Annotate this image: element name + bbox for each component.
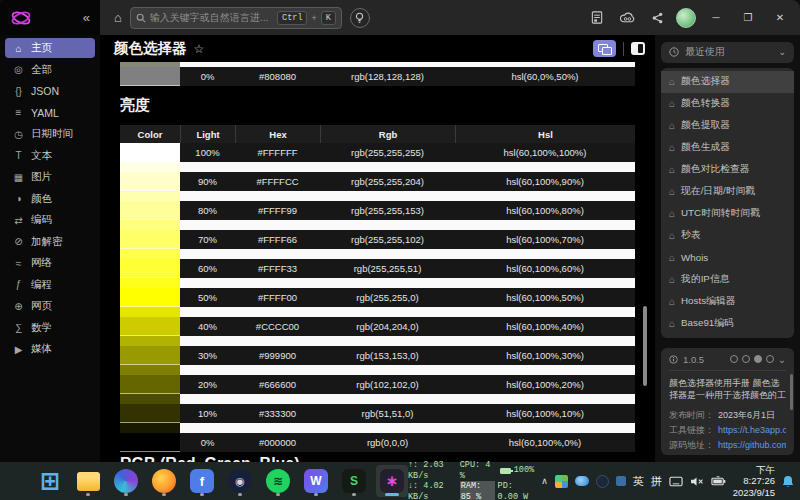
- recent-tool-item[interactable]: ⌂ 颜色提取器: [661, 115, 794, 137]
- recent-tool-item[interactable]: ⌂ 颜色生成器: [661, 137, 794, 159]
- right-panel-toggle-button[interactable]: [631, 42, 645, 55]
- sync-button[interactable]: [616, 7, 638, 29]
- sidebar-item[interactable]: ⌂ 主页: [5, 38, 95, 58]
- check-icon[interactable]: [766, 355, 774, 363]
- taskbar-app-button[interactable]: [148, 465, 180, 497]
- taskbar-app-button[interactable]: f: [186, 465, 218, 497]
- user-avatar[interactable]: [676, 8, 696, 28]
- touch-keyboard-icon[interactable]: [669, 476, 683, 487]
- chevron-down-icon[interactable]: ⌄: [778, 354, 786, 365]
- recent-header-card[interactable]: 最近使用 ⌄: [661, 42, 794, 63]
- taskbar-app-button[interactable]: ⊞: [34, 465, 66, 497]
- app-icon: ◉: [228, 469, 252, 493]
- taskbar-app-button[interactable]: S: [338, 465, 370, 497]
- hex-cell: #FFFF66: [235, 230, 320, 249]
- sidebar-item-label: 主页: [31, 41, 52, 55]
- sidebar-item[interactable]: ƒ 编程: [5, 275, 95, 295]
- light-cell: 40%: [180, 317, 235, 336]
- meta-value[interactable]: 2023年6月1日: [718, 408, 775, 423]
- sidebar-item[interactable]: ⊘ 加解密: [5, 232, 95, 252]
- sidebar-item[interactable]: ⊕ 网页: [5, 296, 95, 316]
- home-icon[interactable]: ⌂: [114, 10, 122, 25]
- close-button[interactable]: ✕: [768, 12, 792, 23]
- col-header-color: Color: [120, 125, 180, 143]
- stripe-row: [120, 220, 635, 230]
- recent-tool-item[interactable]: ⌂ UTC时间转时间戳: [661, 203, 794, 225]
- document-scroll-area[interactable]: 0% #808080 rgb(128,128,128) hsl(60,0%,50…: [100, 62, 655, 462]
- taskbar-app-button[interactable]: [72, 465, 104, 497]
- search-box[interactable]: Ctrl + K: [130, 7, 342, 29]
- recent-tool-item[interactable]: ⌂ 颜色转换器: [661, 93, 794, 115]
- ime-pinyin-indicator[interactable]: 拼: [651, 474, 662, 489]
- taskbar-app-button[interactable]: ◉: [224, 465, 256, 497]
- collapse-sidebar-button[interactable]: «: [83, 10, 90, 25]
- meta-value[interactable]: https://t.he3app.co...: [718, 423, 786, 438]
- sidebar-item-label: 网页: [31, 299, 52, 313]
- globe-icon[interactable]: [742, 355, 750, 363]
- taskbar-app-button[interactable]: ≋: [262, 465, 294, 497]
- favorite-star-icon[interactable]: ☆: [194, 42, 205, 56]
- color-swatch: [120, 394, 180, 404]
- light-cell: 100%: [180, 143, 235, 162]
- tip-button[interactable]: [350, 8, 370, 28]
- network-speed-widget[interactable]: ↑: 2.03 KB/s ↓: 4.02 KB/s: [408, 460, 453, 500]
- recent-tool-item[interactable]: ⌂ Whois: [661, 247, 794, 269]
- sidebar-item[interactable]: ∑ 数学: [5, 318, 95, 338]
- sidebar-item-icon: ▦: [13, 172, 24, 183]
- sidebar-item[interactable]: ◎ 全部: [5, 60, 95, 80]
- changelog-button[interactable]: [586, 7, 608, 29]
- sidebar-item-icon: ⊕: [13, 301, 24, 312]
- tray-app-mini[interactable]: [616, 476, 626, 486]
- recent-tool-item[interactable]: ⌂ 颜色选择器: [661, 71, 794, 93]
- taskbar-app-button[interactable]: W: [300, 465, 332, 497]
- meta-value[interactable]: https://github.com...: [718, 438, 786, 453]
- battery-tray-icon[interactable]: [711, 476, 726, 486]
- running-indicator: [124, 493, 128, 496]
- sidebar-item[interactable]: ≡ YAML: [5, 103, 95, 123]
- clock-icon: [669, 47, 679, 57]
- taskbar-apps: ⊞ f ◉ ≋: [34, 465, 408, 497]
- history-icon[interactable]: [730, 355, 738, 363]
- sidebar-item-icon: ƒ: [13, 279, 24, 290]
- notification-bell-icon[interactable]: [782, 475, 794, 488]
- minimize-button[interactable]: ─: [704, 12, 728, 23]
- meta-row: 工具链接： https://t.he3app.co...: [669, 423, 786, 438]
- tray-app-cloud[interactable]: [575, 476, 589, 486]
- tray-app-colorgrid[interactable]: [555, 475, 568, 488]
- tray-app-steam[interactable]: [596, 475, 609, 488]
- info-scrollbar-thumb[interactable]: [790, 374, 793, 410]
- ime-language-indicator[interactable]: 英: [633, 474, 644, 489]
- tray-overflow-button[interactable]: ∧: [541, 476, 548, 486]
- sidebar-item[interactable]: {} JSON: [5, 81, 95, 101]
- recent-tool-item[interactable]: ⌂ Base91编码: [661, 313, 794, 335]
- sidebar-item[interactable]: ▦ 图片: [5, 167, 95, 187]
- pip-mode-button[interactable]: [593, 40, 616, 57]
- recent-tool-item[interactable]: ⌂ 颜色对比检查器: [661, 159, 794, 181]
- download-speed: ↓: 4.02 KB/s: [408, 481, 453, 500]
- sidebar-item[interactable]: ◑ 颜色: [5, 189, 95, 209]
- clock-widget[interactable]: 下午 8:27:26 2023/9/15: [733, 464, 775, 499]
- recent-tool-item[interactable]: ⌂ 秒表: [661, 225, 794, 247]
- sidebar-item[interactable]: ≈ 网络: [5, 253, 95, 273]
- recent-tool-item[interactable]: ⌂ 我的IP信息: [661, 269, 794, 291]
- rgb-cell: rgb(255,255,51): [320, 259, 455, 278]
- restore-button[interactable]: ❐: [736, 12, 760, 23]
- meta-value[interactable]: https://github.com...: [718, 453, 786, 455]
- system-monitor-widget[interactable]: CPU: 4 %100% RAM: 85 %PD: 0.00 W: [460, 460, 534, 500]
- share-button[interactable]: [646, 7, 668, 29]
- sidebar-item[interactable]: ▶ 媒体: [5, 339, 95, 359]
- sidebar-item[interactable]: T 文本: [5, 146, 95, 166]
- taskbar-app-button[interactable]: [110, 465, 142, 497]
- hsl-cell: hsl(60,100%,80%): [455, 201, 635, 220]
- recent-tool-item[interactable]: ⌂ 现在/日期/时间戳: [661, 181, 794, 203]
- search-input[interactable]: [150, 12, 273, 23]
- recent-tool-item[interactable]: ⌂ Hosts编辑器: [661, 291, 794, 313]
- table-row-group: 70% #FFFF66 rgb(255,255,102) hsl(60,100%…: [120, 230, 655, 259]
- sidebar-item[interactable]: ◷ 日期时间: [5, 124, 95, 144]
- sidebar-item[interactable]: ⇄ 编码: [5, 210, 95, 230]
- taskbar-app-button[interactable]: ∗: [376, 465, 408, 497]
- content-scrollbar-thumb[interactable]: [643, 306, 647, 386]
- app-icon: ≋: [266, 469, 290, 493]
- github-icon[interactable]: [754, 355, 762, 363]
- speaker-muted-icon[interactable]: [690, 476, 704, 487]
